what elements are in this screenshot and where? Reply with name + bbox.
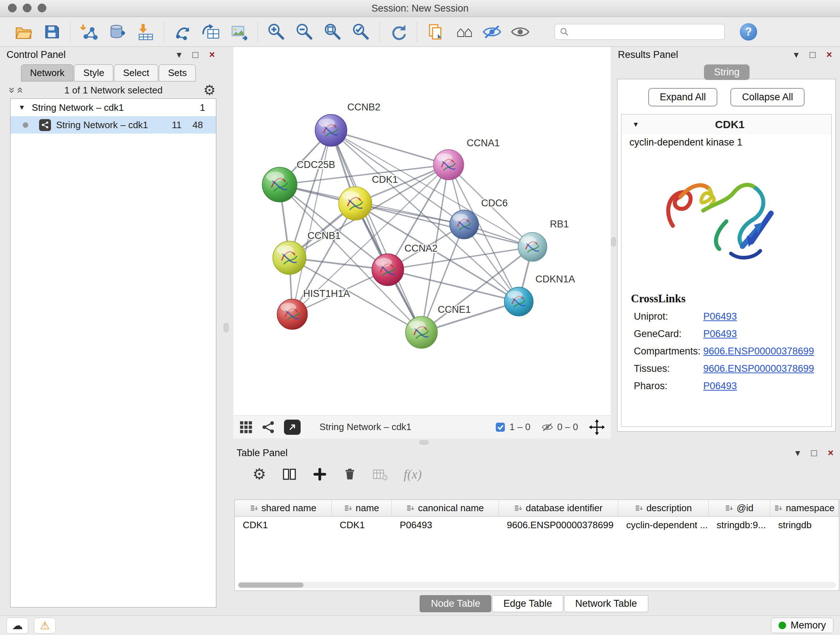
network-collection-row[interactable]: ▼ String Network – cdk1 1 bbox=[11, 99, 216, 116]
warnings-button[interactable]: ⚠ bbox=[34, 618, 56, 633]
export-document-button[interactable] bbox=[422, 20, 450, 44]
network-row-selected[interactable]: String Network – cdk1 11 48 bbox=[11, 116, 216, 134]
network-node[interactable] bbox=[339, 187, 372, 220]
zoom-fit-button[interactable] bbox=[319, 20, 347, 44]
search-input[interactable] bbox=[573, 26, 720, 38]
tab-network-table[interactable]: Network Table bbox=[564, 595, 648, 612]
panel-close-icon[interactable]: × bbox=[828, 448, 834, 459]
network-node[interactable] bbox=[433, 149, 464, 180]
network-from-selection-button[interactable] bbox=[169, 20, 197, 44]
panel-close-icon[interactable]: × bbox=[209, 49, 215, 60]
column-header-description[interactable]: description bbox=[618, 500, 709, 516]
tab-string[interactable]: String bbox=[704, 65, 750, 80]
column-header-shared-name[interactable]: shared name bbox=[235, 500, 332, 516]
collapse-all-button[interactable]: Collapse All bbox=[730, 88, 805, 106]
tab-sets[interactable]: Sets bbox=[159, 65, 196, 81]
scrollbar-thumb[interactable] bbox=[238, 583, 303, 587]
home-button[interactable]: ⌂⌂ bbox=[450, 20, 478, 44]
table-settings-gear-icon[interactable]: ⚙ bbox=[253, 467, 266, 482]
toggle-hidden-elements-button[interactable] bbox=[478, 20, 506, 44]
function-builder-icon[interactable]: f(x) bbox=[404, 467, 422, 482]
zoom-out-button[interactable] bbox=[291, 20, 319, 44]
crosslink-uniprot[interactable]: P06493 bbox=[703, 311, 831, 322]
network-node[interactable] bbox=[372, 254, 404, 286]
network-node[interactable] bbox=[315, 114, 347, 146]
import-network-file-button[interactable] bbox=[75, 20, 103, 44]
tab-edge-table[interactable]: Edge Table bbox=[492, 595, 563, 612]
crosslink-compartments[interactable]: 9606.ENSP00000378699 bbox=[703, 346, 831, 357]
network-node[interactable] bbox=[273, 241, 306, 274]
table-row[interactable]: CDK1 CDK1 P06493 9606.ENSP00000378699 cy… bbox=[235, 516, 839, 533]
column-header-id[interactable]: @id bbox=[709, 500, 770, 516]
network-node[interactable] bbox=[277, 299, 308, 329]
network-node[interactable] bbox=[518, 233, 547, 261]
export-image-button[interactable] bbox=[225, 20, 253, 44]
vertical-splitter-handle[interactable] bbox=[611, 237, 616, 247]
network-graph[interactable]: CCNB2CCNA1CDC25BCDK1CDC6RB1CCNB1CCNA2CDK… bbox=[233, 47, 611, 415]
cell-namespace: stringdb bbox=[770, 516, 839, 533]
horizontal-scrollbar[interactable] bbox=[238, 582, 836, 588]
column-header-name[interactable]: name bbox=[332, 500, 392, 516]
vertical-splitter-handle[interactable] bbox=[224, 323, 229, 333]
panel-float-icon[interactable]: □ bbox=[193, 49, 198, 60]
import-network-database-button[interactable] bbox=[103, 20, 131, 44]
network-node[interactable] bbox=[450, 210, 478, 239]
expand-all-button[interactable]: Expand All bbox=[648, 88, 718, 106]
network-edge[interactable] bbox=[331, 130, 448, 165]
birdseye-view-icon[interactable] bbox=[262, 420, 275, 434]
tab-network[interactable]: Network bbox=[21, 65, 73, 81]
horizontal-splitter-handle[interactable] bbox=[419, 440, 429, 445]
panel-menu-icon[interactable]: ▾ bbox=[177, 49, 182, 60]
show-elements-button[interactable] bbox=[506, 20, 534, 44]
close-window-button[interactable] bbox=[8, 4, 17, 12]
maximize-window-button[interactable] bbox=[38, 4, 46, 12]
panel-menu-icon[interactable]: ▾ bbox=[794, 49, 799, 60]
collapse-all-networks-icon[interactable]: « bbox=[15, 87, 26, 93]
panel-float-icon[interactable]: □ bbox=[810, 49, 815, 60]
crosslink-pharos[interactable]: P06493 bbox=[703, 380, 831, 392]
network-edge[interactable] bbox=[331, 130, 422, 333]
save-session-button[interactable] bbox=[38, 20, 66, 44]
warning-icon: ⚠ bbox=[40, 619, 50, 632]
network-edge[interactable] bbox=[292, 130, 331, 314]
hidden-nodes-indicator[interactable]: 0 – 0 bbox=[541, 421, 578, 433]
column-header-canonical-name[interactable]: canonical name bbox=[392, 500, 499, 516]
cell-id: stringdb:9... bbox=[709, 516, 770, 533]
zoom-out-icon bbox=[295, 22, 314, 42]
panel-float-icon[interactable]: □ bbox=[811, 448, 817, 459]
gene-section-header[interactable]: ▼ CDK1 bbox=[622, 114, 831, 135]
panel-menu-icon[interactable]: ▾ bbox=[795, 447, 800, 459]
detach-view-button[interactable] bbox=[284, 420, 301, 435]
network-options-gear-icon[interactable]: ⚙ bbox=[203, 83, 216, 97]
network-node[interactable] bbox=[504, 287, 533, 316]
delete-column-icon[interactable] bbox=[343, 467, 357, 481]
tab-style[interactable]: Style bbox=[74, 65, 113, 81]
zoom-in-button[interactable] bbox=[262, 20, 291, 44]
show-columns-icon[interactable] bbox=[282, 467, 297, 481]
add-column-icon[interactable] bbox=[313, 467, 327, 481]
crosslink-tissues[interactable]: 9606.ENSP00000378699 bbox=[703, 363, 831, 374]
zoom-selected-button[interactable] bbox=[347, 20, 375, 44]
pan-tool-icon[interactable] bbox=[589, 419, 605, 435]
selected-nodes-indicator[interactable]: 1 – 0 bbox=[495, 421, 531, 432]
cloud-status-button[interactable]: ☁ bbox=[6, 618, 28, 633]
apply-preferred-layout-button[interactable] bbox=[384, 20, 412, 44]
column-header-namespace[interactable]: namespace bbox=[770, 500, 839, 516]
open-session-button[interactable] bbox=[9, 20, 38, 44]
minimize-window-button[interactable] bbox=[23, 4, 32, 12]
tab-select[interactable]: Select bbox=[114, 65, 158, 81]
gene-collapse-icon[interactable]: ▼ bbox=[632, 120, 639, 128]
column-header-database-identifier[interactable]: database identifier bbox=[499, 500, 618, 516]
memory-button[interactable]: Memory bbox=[771, 618, 834, 633]
help-button[interactable]: ? bbox=[740, 23, 757, 41]
network-from-table-button[interactable] bbox=[197, 20, 225, 44]
grid-view-icon[interactable] bbox=[239, 420, 253, 434]
tree-expand-icon[interactable]: ▼ bbox=[19, 103, 25, 111]
panel-close-icon[interactable]: × bbox=[826, 49, 832, 60]
crosslink-genecard[interactable]: P06493 bbox=[703, 328, 831, 340]
import-table-button[interactable] bbox=[131, 20, 159, 44]
clear-table-icon[interactable] bbox=[373, 467, 388, 482]
network-node[interactable] bbox=[262, 167, 297, 202]
tab-node-table[interactable]: Node Table bbox=[420, 595, 491, 612]
network-node[interactable] bbox=[406, 317, 437, 348]
